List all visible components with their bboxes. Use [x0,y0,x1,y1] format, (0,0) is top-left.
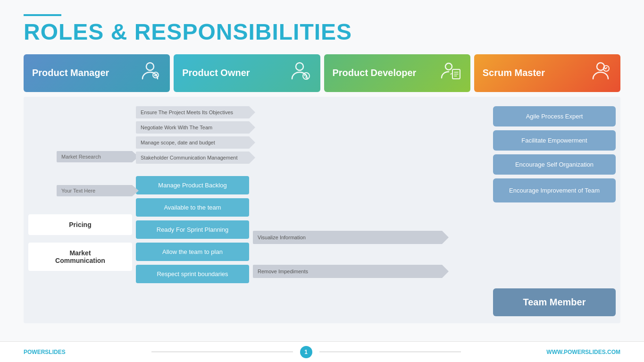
svg-point-5 [445,63,452,70]
sm-btn-3-text: Encourage Improvement of Team [509,187,600,194]
pd-arrow-visualize: Visualize Information [253,231,442,244]
pm-market-box: MarketCommunication [28,243,132,271]
column-header-pm: Product Manager [24,54,170,92]
po-btn-3: Allow the team to plan [136,243,249,261]
po-arrow-2-text: Manage scope, date and budget [141,140,215,145]
pm-arrow-row1: Market Research [28,151,132,162]
pm-arrow1: Market Research [57,151,132,162]
pm-pricing-box: Pricing [28,214,132,235]
po-arrow-0-text: Ensure The Project Meets Its Objectives [141,109,233,115]
footer-line-right [319,352,461,352]
page: ROLES & RESPONSIBILITIES Product Manager… [0,0,644,362]
col-pm-label: Product Manager [32,67,109,78]
page-title: ROLES & RESPONSIBILITIES [24,20,620,45]
po-btn-3-text: Allow the team to plan [162,248,223,255]
col-po-label: Product Owner [182,67,250,78]
pm-arrow-row2: Your Text Here [28,185,132,196]
po-btn-0: Manage Product Backlog [136,176,249,194]
sm-btn-3: Encourage Improvement of Team [493,178,616,202]
col-po-content: Ensure The Project Meets Its Objectives … [136,104,249,316]
team-member-text: Team Member [523,297,585,307]
footer: POWERSLIDES 1 WWW.POWERSLIDES.COM [0,341,644,362]
po-arrow-3: Stakeholder Communication Management [136,152,249,164]
sm-btn-1-text: Facilitate Empowerment [521,137,587,144]
po-btn-0-text: Manage Product Backlog [158,182,226,189]
svg-point-4 [306,78,307,79]
footer-brand: POWERSLIDES [24,349,66,355]
pd-arrow-visualize-text: Visualize Information [258,235,306,240]
po-btn-2: Ready For Sprint Planning [136,220,249,239]
title-part1: ROLES & [24,19,134,44]
pm-arrow2: Your Text Here [57,185,132,196]
footer-website: WWW.POWERSLIDES.COM [546,349,620,355]
column-header-sm: Scrum Master [474,54,620,92]
pd-arrow-remove: Remove Impediments [253,265,442,278]
po-btn-1-text: Available to the team [164,204,221,211]
po-arrow-0: Ensure The Project Meets Its Objectives [136,106,249,118]
po-icon [289,60,312,86]
brand-part1: POWER [24,349,45,355]
col-pm-content: Market Research Your Text Here Pricing M… [28,104,132,316]
sm-btn-0-text: Agile Process Expert [526,113,583,120]
po-btn-4: Respect sprint boundaries [136,265,249,283]
sm-btn-0: Agile Process Expert [493,106,616,126]
pd-icon [439,60,462,86]
brand-part2: SLIDES [45,349,65,355]
sm-btn-2: Encourage Self Organization [493,154,616,175]
footer-center: 1 [66,346,547,358]
pm-icon [139,60,161,86]
svg-point-2 [296,63,303,70]
svg-point-0 [146,63,154,70]
pd-arrow-remove-text: Remove Impediments [258,269,308,274]
po-buttons-section: Manage Product Backlog Available to the … [136,176,249,283]
po-arrow-2: Manage scope, date and budget [136,136,249,149]
pd-gap [253,249,489,260]
po-btn-1: Available to the team [136,198,249,217]
col-sm-content: Agile Process Expert Facilitate Empowerm… [493,104,616,316]
col-pd-content: Visualize Information Remove Impediments [253,104,489,316]
pm-pricing-text: Pricing [69,221,91,228]
sm-btn-2-text: Encourage Self Organization [515,161,594,168]
sm-btn-1: Facilitate Empowerment [493,130,616,151]
column-header-pd: Product Developer [324,54,470,92]
po-arrow-1-text: Negotiate Work With The Team [141,125,212,130]
col-pd-label: Product Developer [333,67,417,78]
pm-market-text: MarketCommunication [55,249,105,264]
header-accent [24,14,61,16]
po-btn-2-text: Ready For Sprint Planning [157,226,228,233]
col-sm-label: Scrum Master [483,67,545,78]
pm-arrow1-text: Market Research [57,154,106,160]
main-content: Market Research Your Text Here Pricing M… [24,97,620,323]
title-part2: RESPONSIBILITIES [134,19,352,44]
po-btn-4-text: Respect sprint boundaries [157,270,228,278]
po-arrows-section: Ensure The Project Meets Its Objectives … [136,106,249,167]
po-arrow-3-text: Stakeholder Communication Management [141,155,237,160]
po-arrow-1: Negotiate Work With The Team [136,121,249,134]
column-header-po: Product Owner [174,54,320,92]
team-member-box: Team Member [493,288,616,316]
footer-line-left [151,352,293,352]
pd-bottom-section: Visualize Information Remove Impediments [253,223,489,278]
sm-icon [589,60,612,86]
column-headers: Product Manager Product Owner [24,54,620,92]
pm-arrow2-text: Your Text Here [57,188,100,194]
pd-top-arrows [253,106,489,167]
footer-page-num: 1 [300,346,312,358]
